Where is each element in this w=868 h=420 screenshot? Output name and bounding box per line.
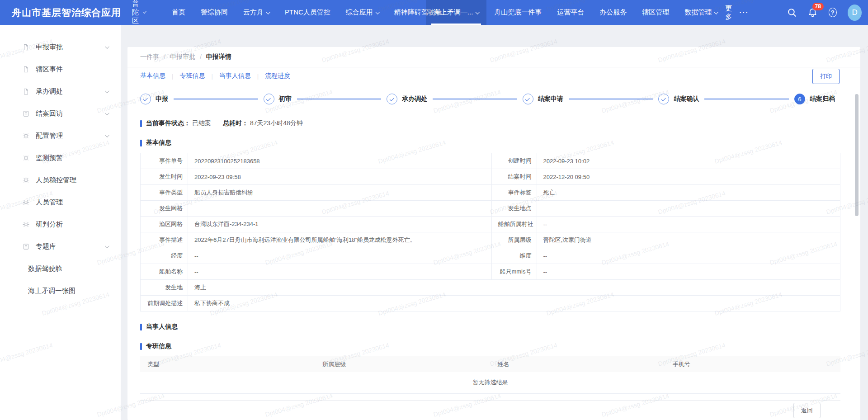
- nav-item-8[interactable]: 舟山兜底一件事: [486, 0, 549, 25]
- column-header: 姓名: [491, 356, 665, 372]
- breadcrumb-item-2[interactable]: 申报审批: [170, 53, 195, 61]
- ellipsis-icon: ···: [740, 9, 749, 16]
- field-value: 2022-09-23 10:02: [537, 153, 840, 169]
- check-icon: [266, 96, 271, 101]
- gear-icon: [22, 221, 30, 228]
- list-icon: [22, 110, 30, 118]
- sidebar-item-8[interactable]: 人员管理: [0, 191, 121, 213]
- sidebar-item-label: 人员管理: [36, 198, 63, 207]
- column-header: 所属层级: [315, 356, 490, 372]
- section-team-info: 专班信息: [140, 342, 840, 350]
- field-label: 发生网格: [141, 201, 188, 217]
- region-selector[interactable]: 普陀区: [132, 0, 145, 25]
- sidebar-item-label: 人员稳控管理: [36, 176, 76, 184]
- duration-value: 87天23小时48分钟: [250, 119, 303, 127]
- status-label: 当前事件状态：: [146, 119, 190, 127]
- region-label: 普陀区: [132, 0, 141, 25]
- field-value: --: [537, 264, 840, 280]
- table-row: 发生时间2022-09-23 09:58结案时间2022-12-20 09:50: [141, 169, 840, 185]
- nav-item-12[interactable]: 数据管理: [677, 0, 725, 25]
- field-label: 发生地: [141, 280, 188, 296]
- tab-separator: |: [257, 73, 259, 80]
- field-label: 渔区网格: [141, 217, 188, 232]
- nav-item-label: 综合应用: [346, 8, 373, 17]
- nav-item-9[interactable]: 运营平台: [549, 0, 592, 25]
- scrollbar-thumb[interactable]: [855, 94, 859, 216]
- chevron-down-icon: [143, 10, 146, 14]
- step-label: 结案确认: [674, 95, 699, 103]
- section-bar: [140, 343, 142, 350]
- nav-item-5[interactable]: 综合应用: [338, 0, 387, 25]
- section-bar: [140, 324, 142, 330]
- status-value: 已结案: [192, 119, 211, 127]
- list-icon: [22, 243, 30, 250]
- notification-bell-icon[interactable]: 78: [807, 7, 818, 18]
- sidebar-item-6[interactable]: 监测预警: [0, 147, 121, 169]
- search-icon[interactable]: [787, 8, 797, 17]
- field-value: --: [537, 217, 840, 232]
- step-number-icon: 6: [794, 94, 805, 104]
- nav-item-label: 运营平台: [557, 8, 584, 17]
- field-label: 事件单号: [141, 153, 188, 169]
- avatar[interactable]: D: [848, 5, 862, 21]
- nav-item-10[interactable]: 办公服务: [592, 0, 634, 25]
- field-value: --: [188, 264, 492, 280]
- nav-item-4[interactable]: PTNC人员管控: [277, 0, 338, 25]
- nav-item-label: PTNC人员管控: [285, 8, 330, 17]
- field-label: 事件描述: [141, 232, 188, 248]
- field-value: [537, 201, 840, 217]
- back-button[interactable]: 返回: [793, 403, 821, 418]
- sidebar-item-12[interactable]: 海上矛调一张图: [0, 280, 121, 302]
- print-button[interactable]: 打印: [812, 69, 840, 84]
- tab-3[interactable]: 当事人信息: [219, 72, 251, 80]
- nav-item-11[interactable]: 辖区管理: [634, 0, 677, 25]
- step-check-icon: [523, 94, 533, 104]
- field-label: 经度: [141, 248, 188, 264]
- tab-4[interactable]: 流程进度: [265, 72, 290, 80]
- document-icon: [22, 66, 30, 73]
- sidebar-item-3[interactable]: 承办调处: [0, 80, 121, 103]
- sidebar-item-2[interactable]: 辖区事件: [0, 58, 121, 80]
- chevron-down-icon: [105, 89, 109, 93]
- tab-1[interactable]: 基本信息: [140, 72, 165, 80]
- field-value: 海上: [188, 280, 840, 296]
- tab-2[interactable]: 专班信息: [179, 72, 205, 80]
- nav-item-label: 数据管理: [684, 8, 712, 17]
- step-label: 结案归档: [810, 95, 835, 103]
- content-card: 一件事/申报审批/申报详情 基本信息|专班信息|当事人信息|流程进度打印 申报初…: [127, 47, 860, 420]
- chevron-down-icon: [476, 10, 480, 14]
- breadcrumb-item-1[interactable]: 一件事: [140, 53, 159, 61]
- field-value: 2022-09-23 09:58: [188, 169, 492, 185]
- nav-item-more[interactable]: 更多 ···: [725, 4, 749, 21]
- field-value: 船员人身损害赔偿纠纷: [188, 185, 492, 201]
- nav-item-7[interactable]: 海上矛调—...: [426, 0, 487, 25]
- section-bar: [140, 140, 142, 146]
- sidebar-item-7[interactable]: 人员稳控管理: [0, 169, 121, 191]
- sidebar-item-1[interactable]: 申报审批: [0, 36, 121, 58]
- field-value: 20220923100252183658: [188, 153, 492, 169]
- footer-bar: 返回: [140, 400, 840, 420]
- table-row: 事件描述2022年6月27日舟山市海利远洋渔业有限公司所属船舶“海利18”船员龙…: [141, 232, 840, 248]
- chevron-down-icon: [105, 133, 109, 137]
- table-row: 发生地海上: [141, 280, 840, 296]
- field-value: 死亡: [537, 185, 840, 201]
- sidebar-item-5[interactable]: 配置管理: [0, 125, 121, 147]
- sidebar-item-4[interactable]: 结案回访: [0, 103, 121, 125]
- field-value: 普陀区,沈家门街道: [537, 232, 840, 248]
- help-icon[interactable]: ?: [829, 8, 837, 17]
- field-value: 台湾以东洋面-234-234-1: [188, 217, 492, 232]
- field-value: --: [537, 248, 840, 264]
- gear-icon: [22, 176, 30, 184]
- nav-item-3[interactable]: 云方舟: [236, 0, 277, 25]
- sidebar-item-10[interactable]: 专题库: [0, 236, 121, 258]
- nav-item-2[interactable]: 警综协同: [193, 0, 236, 25]
- nav-item-label: 办公服务: [599, 8, 627, 17]
- sidebar-item-11[interactable]: 数据驾驶舱: [0, 258, 121, 280]
- document-icon: [22, 43, 30, 51]
- field-label: 维度: [491, 248, 537, 264]
- tab-bar: 基本信息|专班信息|当事人信息|流程进度打印: [127, 67, 860, 85]
- sidebar-item-9[interactable]: 研判分析: [0, 213, 121, 236]
- nav-item-1[interactable]: 首页: [164, 0, 193, 25]
- field-value: --: [188, 248, 492, 264]
- check-icon: [143, 96, 147, 101]
